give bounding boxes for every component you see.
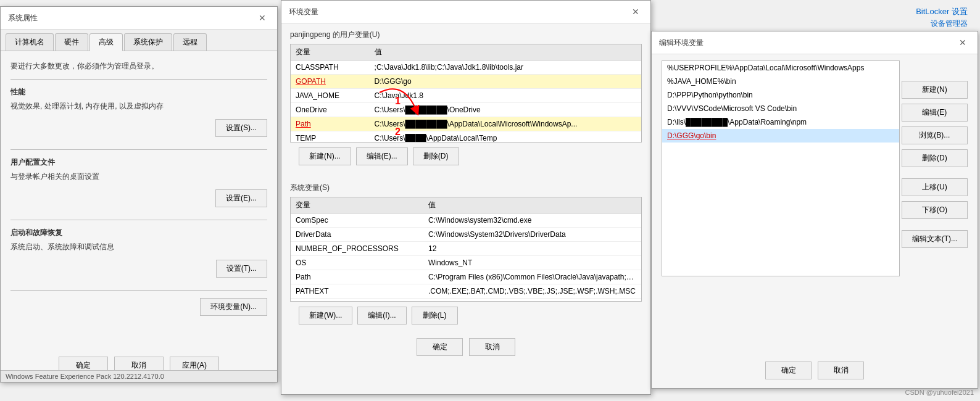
edit-env-title: 编辑环境变量 [659, 38, 704, 48]
sys-var-name: NUMBER_OF_PROCESSORS [291, 242, 423, 256]
env-vars-title-bar: 环境变量 ✕ [281, 1, 650, 23]
user-vars-buttons: 新建(N)... 编辑(E)... 删除(D) [290, 143, 642, 170]
sys-var-value: C:\Program Files (x86)\Common Files\Orac… [423, 270, 641, 284]
sys-vars-table-container[interactable]: 变量 值 ComSpecC:\Windows\system32\cmd.exeD… [290, 197, 642, 302]
sys-var-row[interactable]: OSWindows_NT [291, 256, 641, 270]
edit-env-delete-button[interactable]: 删除(D) [902, 149, 968, 167]
sys-var-row[interactable]: NUMBER_OF_PROCESSORS12 [291, 242, 641, 256]
sys-vars-col-val: 值 [423, 197, 641, 213]
env-vars-window: 环境变量 ✕ panjingpeng 的用户变量(U) 变量 值 CLASSPA… [281, 0, 651, 395]
user-var-row[interactable]: GOPATHD:\GGG\go [291, 75, 641, 89]
user-vars-new-button[interactable]: 新建(N)... [299, 147, 351, 165]
env-vars-cancel-button[interactable]: 取消 [469, 338, 515, 356]
edit-env-edit-text-button[interactable]: 编辑文本(T)... [902, 230, 968, 248]
perf-section-title: 性能 [10, 87, 267, 97]
sys-props-title: 系统属性 [8, 13, 38, 23]
sys-props-status-bar: Windows Feature Experience Pack 120.2212… [1, 370, 277, 382]
env-vars-ok-button[interactable]: 确定 [417, 338, 463, 356]
sys-vars-edit-button[interactable]: 编辑(I)... [357, 307, 406, 325]
user-var-value: ;C:\Java\Jdk1.8\lib;C:\Java\Jdk1.8\lib\t… [370, 60, 641, 75]
edit-env-browse-button[interactable]: 浏览(B)... [902, 126, 968, 144]
edit-env-item[interactable]: %USERPROFILE%\AppData\Local\Microsoft\Wi… [662, 61, 899, 75]
edit-env-item[interactable]: D:\lls\████████\AppData\Roaming\npm [662, 115, 899, 129]
sys-var-value: Windows_NT [423, 256, 641, 270]
user-vars-col-val: 值 [370, 44, 641, 60]
edit-env-ok-button[interactable]: 确定 [765, 362, 812, 379]
tab-system-protection[interactable]: 系统保护 [124, 33, 172, 51]
user-var-name: Path [291, 117, 370, 131]
edit-env-list-area: %USERPROFILE%\AppData\Local\Microsoft\Wi… [652, 60, 910, 276]
edit-env-move-down-button[interactable]: 下移(O) [902, 201, 968, 219]
edit-env-cancel-button[interactable]: 取消 [818, 362, 864, 379]
sys-var-row[interactable]: PATHEXT.COM;.EXE;.BAT;.CMD;.VBS;.VBE;.JS… [291, 284, 641, 299]
status-bar-text: Windows Feature Experience Pack 120.2212… [6, 373, 164, 380]
system-properties-window: 系统属性 ✕ 计算机名 硬件 高级 系统保护 远程 要进行大多数更改，你必须作为… [0, 6, 278, 382]
sys-var-value: C:\Windows\System32\Drivers\DriverData [423, 228, 641, 242]
startup-settings-button[interactable]: 设置(T)... [216, 260, 267, 278]
edit-env-move-up-button[interactable]: 上移(U) [902, 178, 968, 196]
sys-var-name: ComSpec [291, 213, 423, 228]
sys-var-value: .COM;.EXE;.BAT;.CMD;.VBS;.VBE;.JS;.JSE;.… [423, 284, 641, 299]
user-var-row[interactable]: PathC:\Users\████████\AppData\Local\Micr… [291, 117, 641, 131]
startup-section-desc: 系统启动、系统故障和调试信息 [10, 242, 267, 252]
sys-var-name: Path [291, 270, 423, 284]
sys-vars-table: 变量 值 ComSpecC:\Windows\system32\cmd.exeD… [291, 197, 641, 302]
tab-hardware[interactable]: 硬件 [55, 33, 88, 51]
user-var-name: GOPATH [291, 75, 370, 89]
sys-props-close-button[interactable]: ✕ [255, 12, 270, 24]
user-vars-col-var: 变量 [291, 44, 370, 60]
edit-env-item[interactable]: D:\PPP\Python\python\bin [662, 88, 899, 102]
bitlocker-link[interactable]: BitLocker 设置 [916, 6, 968, 17]
user-vars-section: panjingpeng 的用户变量(U) 变量 值 CLASSPATH;C:\J… [281, 23, 650, 176]
user-var-name: OneDrive [291, 103, 370, 117]
edit-env-close-button[interactable]: ✕ [955, 36, 970, 49]
edit-env-edit-button[interactable]: 编辑(E) [902, 104, 968, 122]
edit-env-bottom-buttons: 确定 取消 [652, 362, 978, 379]
sys-props-content: 要进行大多数更改，你必须作为管理员登录。 性能 视觉效果, 处理器计划, 内存使… [1, 51, 277, 338]
edit-env-item[interactable]: D:\GGG\go\bin [662, 129, 899, 143]
user-var-row[interactable]: OneDriveC:\Users\████████\OneDrive [291, 103, 641, 117]
user-var-name: CLASSPATH [291, 60, 370, 75]
edit-env-title-bar: 编辑环境变量 ✕ [652, 31, 978, 54]
user-profile-title: 用户配置文件 [10, 157, 267, 168]
sys-var-row[interactable]: DriverDataC:\Windows\System32\Drivers\Dr… [291, 228, 641, 242]
user-var-row[interactable]: JAVA_HOMEC:\Java\Jdk1.8 [291, 89, 641, 103]
perf-section-desc: 视觉效果, 处理器计划, 内存使用, 以及虚拟内存 [10, 101, 267, 112]
sys-props-tabs: 计算机名 硬件 高级 系统保护 远程 [1, 30, 277, 51]
user-profile-settings-button[interactable]: 设置(E)... [215, 189, 267, 207]
env-vars-close-button[interactable]: ✕ [628, 6, 643, 18]
sys-var-name: OS [291, 256, 423, 270]
user-vars-table: 变量 值 CLASSPATH;C:\Java\Jdk1.8\lib;C:\Jav… [291, 44, 641, 143]
env-vars-button[interactable]: 环境变量(N)... [200, 298, 267, 316]
sys-var-value: C:\Windows\system32\cmd.exe [423, 213, 641, 228]
sys-props-title-bar: 系统属性 ✕ [1, 7, 277, 30]
edit-env-item[interactable]: D:\VVV\VSCode\Microsoft VS Code\bin [662, 102, 899, 115]
perf-settings-button[interactable]: 设置(S)... [215, 119, 267, 137]
tab-computer-name[interactable]: 计算机名 [6, 33, 54, 51]
tab-advanced[interactable]: 高级 [89, 33, 123, 51]
user-var-value: C:\Users\████████\AppData\Local\Microsof… [370, 117, 641, 131]
sys-var-row[interactable]: ComSpecC:\Windows\system32\cmd.exe [291, 213, 641, 228]
sys-var-row[interactable]: PathC:\Program Files (x86)\Common Files\… [291, 270, 641, 284]
sys-vars-delete-button[interactable]: 删除(L) [412, 307, 458, 325]
edit-env-new-button[interactable]: 新建(N) [902, 81, 968, 99]
tab-remote[interactable]: 远程 [173, 33, 207, 51]
sys-vars-new-button[interactable]: 新建(W)... [299, 307, 352, 325]
user-vars-delete-button[interactable]: 删除(D) [413, 147, 459, 165]
user-var-value: C:\Users\████\AppData\Local\Temp [370, 131, 641, 143]
sys-var-name: DriverData [291, 228, 423, 242]
startup-section-title: 启动和故障恢复 [10, 228, 267, 238]
sys-vars-title: 系统变量(S) [290, 183, 642, 193]
user-var-value: C:\Java\Jdk1.8 [370, 89, 641, 103]
user-var-row[interactable]: CLASSPATH;C:\Java\Jdk1.8\lib;C:\Java\Jdk… [291, 60, 641, 75]
user-var-value: D:\GGG\go [370, 75, 641, 89]
sys-vars-buttons: 新建(W)... 编辑(I)... 删除(L) [290, 302, 642, 329]
user-profile-desc: 与登录帐户相关的桌面设置 [10, 172, 267, 182]
user-vars-edit-button[interactable]: 编辑(E)... [356, 147, 408, 165]
user-vars-table-container[interactable]: 变量 值 CLASSPATH;C:\Java\Jdk1.8\lib;C:\Jav… [290, 44, 642, 143]
edit-env-item[interactable]: %JAVA_HOME%\bin [662, 75, 899, 88]
sys-props-note: 要进行大多数更改，你必须作为管理员登录。 [10, 61, 267, 72]
user-var-row[interactable]: TEMPC:\Users\████\AppData\Local\Temp [291, 131, 641, 143]
bitlocker-subtitle[interactable]: 设备管理器 [931, 19, 968, 29]
edit-env-list[interactable]: %USERPROFILE%\AppData\Local\Microsoft\Wi… [662, 60, 900, 276]
